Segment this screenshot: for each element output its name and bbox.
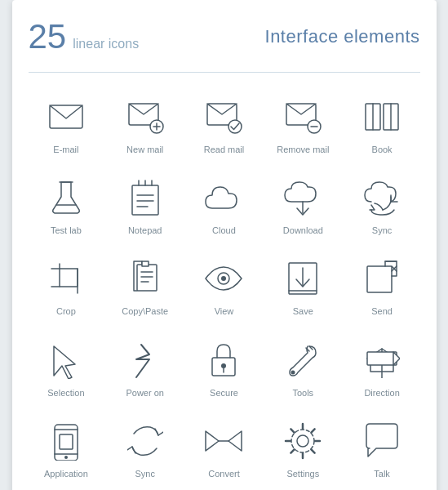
notepad-label: Notepad xyxy=(128,225,162,236)
talk-label: Talk xyxy=(374,469,390,479)
direction-label: Direction xyxy=(364,388,399,399)
icon-item-removemail: Remove mail xyxy=(265,87,341,160)
settings-label: Settings xyxy=(286,469,319,479)
header-subtitle: linear icons xyxy=(73,37,139,51)
email-icon xyxy=(43,94,89,140)
application-label: Application xyxy=(44,469,88,479)
read-mail-label: Read mail xyxy=(204,145,245,155)
icon-item-tools: Tools xyxy=(265,331,341,403)
application-icon xyxy=(43,418,89,464)
read-mail-icon xyxy=(201,94,246,140)
icon-item-application: Application xyxy=(29,412,104,484)
icon-item-readmail: Read mail xyxy=(186,87,262,160)
svg-point-35 xyxy=(221,276,226,281)
cloud-icon xyxy=(201,175,246,220)
save-label: Save xyxy=(293,306,313,317)
email-label: E-mail xyxy=(53,145,78,155)
sync2-icon xyxy=(122,418,168,464)
icon-count: 25 xyxy=(29,20,67,54)
secure-label: Secure xyxy=(210,388,238,399)
icon-item-secure: Secure xyxy=(186,331,262,403)
crop-icon xyxy=(43,256,89,301)
new-mail-icon xyxy=(122,94,168,140)
svg-rect-16 xyxy=(132,185,158,215)
icon-item-testlab: Test lab xyxy=(29,168,104,241)
icon-item-email: E-mail xyxy=(29,87,104,160)
header: 25 linear icons Interface elements xyxy=(29,20,420,54)
icon-item-selection: Selection xyxy=(29,331,104,403)
tools-label: Tools xyxy=(292,388,313,399)
icon-item-download: Download xyxy=(265,168,341,241)
icon-item-newmail: New mail xyxy=(107,87,183,160)
icon-item-copypaste: Copy\Paste xyxy=(107,249,183,322)
svg-point-43 xyxy=(221,363,226,368)
copy-paste-label: Copy\Paste xyxy=(122,306,168,317)
cloud-label: Cloud xyxy=(212,225,236,236)
svg-rect-57 xyxy=(60,434,73,449)
selection-label: Selection xyxy=(47,388,84,399)
remove-mail-label: Remove mail xyxy=(277,145,329,155)
view-label: View xyxy=(215,306,234,317)
icon-item-poweron: Power on xyxy=(107,331,183,403)
crop-label: Crop xyxy=(56,306,76,317)
icon-item-convert: Convert xyxy=(186,412,262,484)
svg-marker-58 xyxy=(206,431,219,451)
sync2-label: Sync xyxy=(135,469,154,479)
icon-item-save: Save xyxy=(265,249,341,322)
direction-icon xyxy=(359,337,405,383)
send-icon xyxy=(359,256,405,301)
icon-item-talk: Talk xyxy=(344,412,420,484)
copy-paste-icon xyxy=(122,256,168,301)
test-lab-label: Test lab xyxy=(51,225,82,236)
sync-icon xyxy=(359,175,405,220)
book-label: Book xyxy=(372,145,393,155)
new-mail-label: New mail xyxy=(126,145,163,155)
icon-grid: E-mail New mail xyxy=(29,87,420,484)
power-on-icon xyxy=(122,337,168,383)
secure-icon xyxy=(201,337,246,383)
icon-item-book: Book xyxy=(344,87,420,160)
svg-marker-59 xyxy=(228,431,242,451)
icon-item-sync2: Sync xyxy=(107,412,183,484)
svg-rect-39 xyxy=(367,266,392,292)
svg-rect-25 xyxy=(60,269,78,287)
icon-item-cloud: Cloud xyxy=(186,168,262,241)
sync-label: Sync xyxy=(372,225,392,236)
book-icon xyxy=(359,94,405,140)
view-icon xyxy=(201,256,246,301)
tools-icon xyxy=(280,337,326,383)
icon-item-settings: Settings xyxy=(265,412,341,484)
icon-item-notepad: Notepad xyxy=(107,168,183,241)
svg-rect-51 xyxy=(367,352,397,365)
convert-label: Convert xyxy=(208,469,240,479)
save-icon xyxy=(280,256,326,301)
convert-icon xyxy=(201,418,246,464)
header-title: Interface elements xyxy=(265,26,420,47)
svg-point-56 xyxy=(64,456,68,459)
download-icon xyxy=(280,175,326,220)
talk-icon xyxy=(359,418,405,464)
notepad-icon xyxy=(122,175,168,220)
power-on-label: Power on xyxy=(126,388,163,399)
icon-item-view: View xyxy=(186,249,262,322)
test-lab-icon xyxy=(43,175,89,220)
download-label: Download xyxy=(283,225,323,236)
svg-point-61 xyxy=(297,435,308,447)
svg-point-45 xyxy=(291,370,295,374)
icon-item-crop: Crop xyxy=(29,249,104,322)
svg-rect-29 xyxy=(137,265,157,291)
selection-icon xyxy=(43,337,89,383)
divider xyxy=(29,72,420,73)
send-label: Send xyxy=(371,306,393,317)
card: 25 linear icons Interface elements E-mai… xyxy=(12,0,437,490)
icon-item-sync: Sync xyxy=(344,168,420,241)
settings-icon xyxy=(280,418,326,464)
remove-mail-icon xyxy=(280,94,326,140)
icon-item-send: Send xyxy=(344,249,420,322)
header-left: 25 linear icons xyxy=(29,20,140,54)
icon-item-direction: Direction xyxy=(344,331,420,403)
